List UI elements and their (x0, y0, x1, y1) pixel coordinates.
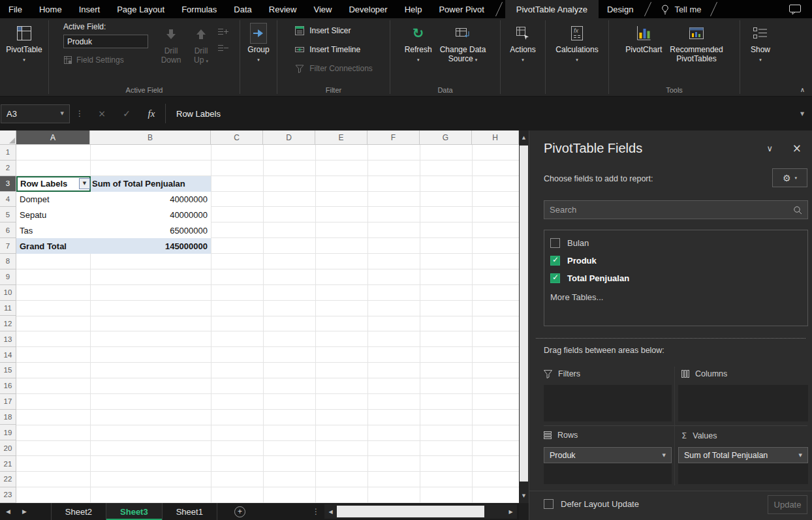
field-item-total-penjualan[interactable]: Total Penjualan (544, 269, 807, 287)
vertical-scrollbar-thumb[interactable] (520, 145, 528, 482)
menu-tab-design[interactable]: Design (599, 0, 642, 18)
scroll-up-icon[interactable]: ▲ (519, 130, 529, 145)
menu-tab-home[interactable]: Home (31, 0, 70, 18)
row-header[interactable]: 10 (0, 285, 16, 301)
vertical-scrollbar[interactable]: ▲ ▼ (519, 130, 529, 503)
row-header[interactable]: 14 (0, 347, 16, 363)
drill-down-button[interactable]: Drill Down (156, 20, 186, 85)
checkbox-unchecked[interactable] (550, 238, 560, 248)
row-header[interactable]: 18 (0, 410, 16, 425)
row-header[interactable]: 21 (0, 456, 16, 472)
column-header-d[interactable]: D (263, 130, 315, 145)
name-box-dropdown-icon[interactable]: ▼ (61, 111, 64, 116)
drill-up-button[interactable]: Drill Up▾ (186, 20, 216, 85)
tell-me-button[interactable]: Tell me (654, 0, 707, 18)
expand-field-icon[interactable] (217, 27, 229, 36)
menu-tab-review[interactable]: Review (260, 0, 305, 18)
scroll-right-icon[interactable]: ▶ (505, 509, 517, 515)
row-header[interactable]: 17 (0, 394, 16, 410)
pivottable-button[interactable]: PivotTable ▾ (2, 18, 46, 85)
checkbox-unchecked[interactable] (544, 499, 554, 509)
row-header[interactable]: 12 (0, 316, 16, 331)
column-header-c[interactable]: C (211, 130, 263, 145)
chevron-down-icon[interactable]: ▼ (663, 453, 666, 458)
row-header[interactable]: 15 (0, 363, 16, 378)
column-header-e[interactable]: E (315, 130, 367, 145)
cancel-icon[interactable]: × (89, 108, 114, 119)
cell-a3-row-labels[interactable]: Row Labels ▼ (16, 176, 91, 192)
filters-drop-area[interactable] (544, 385, 672, 421)
cell-b6[interactable]: 65000000 (90, 222, 211, 238)
sheet-tab-sheet1[interactable]: Sheet1 (163, 503, 217, 520)
row-header[interactable]: 7 (0, 238, 16, 254)
pane-close-icon[interactable]: × (792, 142, 802, 155)
cell-a7-grand-total[interactable]: Grand Total (16, 238, 90, 254)
actions-button[interactable]: Actions ▾ (506, 18, 539, 85)
formula-bar-handle-icon[interactable]: ⋮ (70, 109, 89, 118)
values-field-pill-sum[interactable]: Sum of Total Penjualan ▼ (678, 447, 808, 463)
row-header[interactable]: 6 (0, 222, 16, 238)
cell-b7-grand-total-value[interactable]: 145000000 (90, 238, 211, 254)
menu-tab-page-layout[interactable]: Page Layout (108, 0, 173, 18)
change-data-source-button[interactable]: Change Data Source▾ (436, 18, 490, 85)
row-header[interactable]: 5 (0, 207, 16, 222)
sheet-nav-left-icon[interactable]: ◀ (0, 503, 16, 520)
field-settings-button[interactable]: Field Settings (63, 55, 124, 65)
cell-a5[interactable]: Sepatu (16, 207, 90, 222)
row-header[interactable]: 19 (0, 425, 16, 440)
pane-tools-button[interactable]: ⚙ ▾ (772, 168, 807, 187)
recommended-pivottables-button[interactable]: Recommended PivotTables (666, 18, 726, 85)
scroll-down-icon[interactable]: ▼ (519, 489, 529, 503)
row-header[interactable]: 13 (0, 331, 16, 347)
cell-grid[interactable]: Row Labels ▼ Sum of Total Penjualan Domp… (16, 145, 519, 503)
row-header[interactable]: 16 (0, 378, 16, 394)
expand-formula-bar-icon[interactable]: ▼ (792, 111, 812, 117)
row-header[interactable]: 22 (0, 472, 16, 487)
show-button[interactable]: Show ▾ (747, 18, 774, 85)
sheet-tab-sheet3[interactable]: Sheet3 (106, 503, 163, 520)
scroll-left-icon[interactable]: ◀ (324, 509, 337, 515)
refresh-button[interactable]: ↻ Refresh ▾ (401, 18, 436, 85)
cell-a6[interactable]: Tas (16, 222, 90, 238)
insert-timeline-button[interactable]: Insert Timeline (294, 42, 360, 56)
collapse-field-icon[interactable] (217, 44, 229, 52)
active-field-input[interactable]: Produk (63, 35, 148, 48)
horizontal-scrollbar-thumb[interactable] (337, 506, 484, 517)
field-search-input[interactable] (544, 205, 793, 215)
insert-slicer-button[interactable]: Insert Slicer (294, 23, 351, 37)
menu-tab-power-pivot[interactable]: Power Pivot (430, 0, 492, 18)
more-tables-link[interactable]: More Tables... (544, 287, 807, 302)
collapse-ribbon-button[interactable]: ∧ (800, 86, 805, 93)
field-search-box[interactable] (544, 200, 808, 219)
row-header[interactable]: 4 (0, 192, 16, 207)
menu-tab-developer[interactable]: Developer (340, 0, 396, 18)
pivotchart-button[interactable]: PivotChart (621, 18, 666, 85)
select-all-corner[interactable] (0, 130, 16, 145)
row-header[interactable]: 23 (0, 487, 16, 503)
column-header-b[interactable]: B (90, 130, 211, 145)
checkbox-checked[interactable] (550, 273, 560, 283)
row-header[interactable]: 20 (0, 440, 16, 456)
column-header-a[interactable]: A (16, 130, 90, 145)
name-box[interactable]: A3 ▼ (1, 104, 70, 123)
defer-layout-update[interactable]: Defer Layout Update (544, 499, 639, 509)
sheet-tab-sheet2[interactable]: Sheet2 (51, 503, 106, 520)
group-button[interactable]: Group ▾ (243, 18, 273, 85)
menu-tab-insert[interactable]: Insert (70, 0, 109, 18)
sheet-nav-right-icon[interactable]: ▶ (16, 503, 33, 520)
menu-tab-view[interactable]: View (305, 0, 340, 18)
tab-bar-ellipsis-icon[interactable]: ⋮ (312, 503, 320, 520)
menu-tab-pivottable-analyze[interactable]: PivotTable Analyze (505, 0, 599, 18)
cell-b4[interactable]: 40000000 (90, 192, 211, 207)
row-header[interactable]: 3 (0, 176, 16, 192)
update-button[interactable]: Update (768, 495, 807, 514)
column-header-h[interactable]: H (472, 130, 519, 145)
field-item-produk[interactable]: Produk (544, 252, 807, 269)
column-header-f[interactable]: F (367, 130, 420, 145)
chevron-down-icon[interactable]: ▼ (799, 453, 802, 458)
menu-tab-data[interactable]: Data (225, 0, 260, 18)
menu-tab-formulas[interactable]: Formulas (173, 0, 225, 18)
insert-function-icon[interactable]: fx (139, 108, 164, 119)
pivot-rowlabels-filter-button[interactable]: ▼ (79, 178, 90, 189)
row-header[interactable]: 2 (0, 161, 16, 176)
